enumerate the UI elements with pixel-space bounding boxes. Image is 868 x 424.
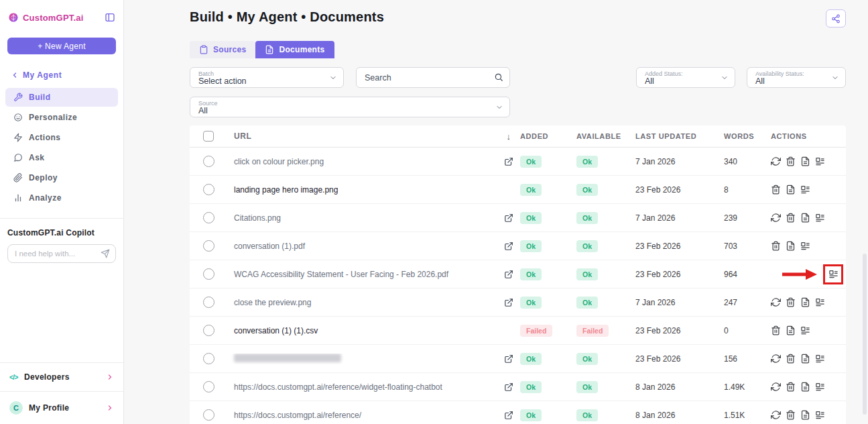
refresh-icon[interactable]	[771, 354, 781, 364]
table-row: https://docs.customgpt.ai/reference/ Ok …	[190, 401, 846, 424]
brand[interactable]: CustomGPT.ai	[0, 0, 123, 32]
external-link-icon[interactable]	[504, 270, 513, 279]
batch-action-select[interactable]: Batch Select action	[190, 67, 344, 88]
row-checkbox[interactable]	[203, 212, 214, 223]
file-icon[interactable]	[786, 241, 796, 251]
trash-icon[interactable]	[786, 297, 796, 307]
chevron-down-icon	[329, 74, 337, 82]
citation-list-icon[interactable]	[815, 213, 825, 223]
availability-status-select[interactable]: Availability Status: All	[747, 67, 846, 88]
tab-sources[interactable]: Sources	[190, 41, 255, 58]
row-checkbox[interactable]	[203, 325, 214, 336]
row-checkbox[interactable]	[203, 409, 214, 421]
file-icon[interactable]	[800, 410, 810, 420]
file-icon[interactable]	[800, 213, 810, 223]
trash-icon[interactable]	[771, 241, 781, 251]
sidebar-item-ask[interactable]: Ask	[5, 148, 118, 167]
row-checkbox[interactable]	[203, 156, 214, 167]
share-button[interactable]	[826, 9, 846, 28]
citation-list-icon[interactable]	[815, 382, 825, 392]
table-row: click on colour picker.png Ok Ok 7 Jan 2…	[190, 148, 846, 176]
trash-icon[interactable]	[786, 156, 796, 166]
document-name[interactable]: https://docs.customgpt.ai/reference/	[227, 411, 497, 420]
redacted-document-name[interactable]	[227, 354, 497, 364]
sidebar-item-profile[interactable]: C My Profile	[0, 391, 123, 424]
file-icon[interactable]	[800, 156, 810, 166]
send-icon[interactable]	[101, 249, 110, 258]
document-name[interactable]: https://docs.customgpt.ai/reference/widg…	[227, 382, 497, 392]
refresh-icon[interactable]	[771, 213, 781, 223]
citation-list-icon[interactable]	[800, 325, 810, 335]
citation-list-icon[interactable]	[800, 184, 810, 195]
document-name[interactable]: conversation (1).pdf	[227, 242, 497, 251]
external-link-icon[interactable]	[504, 298, 513, 307]
scrollbar[interactable]	[863, 254, 867, 415]
document-name[interactable]: WCAG Accessibility Statement - User Faci…	[227, 270, 497, 279]
trash-icon[interactable]	[786, 410, 796, 420]
refresh-icon[interactable]	[771, 382, 781, 392]
document-name[interactable]: click on colour picker.png	[227, 157, 497, 166]
file-icon[interactable]	[786, 184, 796, 195]
trash-icon[interactable]	[786, 382, 796, 392]
agent-back-row[interactable]: My Agent	[0, 54, 123, 84]
word-count: 8	[724, 185, 771, 195]
search-input[interactable]	[356, 67, 510, 88]
external-link-icon[interactable]	[504, 213, 513, 223]
source-select[interactable]: Source All	[190, 97, 510, 117]
sidebar-item-actions[interactable]: Actions	[5, 128, 118, 147]
sidebar-nav: Build Personalize Actions Ask Deploy Ana…	[0, 84, 123, 211]
chat-bubble-icon	[13, 153, 23, 162]
sidebar-item-developers[interactable]: </> Developers	[0, 362, 123, 391]
new-agent-button[interactable]: + New Agent	[7, 38, 116, 54]
refresh-icon[interactable]	[771, 410, 781, 420]
row-checkbox[interactable]	[203, 381, 214, 392]
citation-list-icon[interactable]	[815, 410, 825, 420]
file-icon[interactable]	[800, 354, 810, 364]
citation-list-icon[interactable]	[815, 156, 825, 166]
external-link-icon[interactable]	[504, 157, 513, 166]
external-link-icon[interactable]	[504, 411, 513, 420]
refresh-icon[interactable]	[771, 156, 781, 166]
document-name[interactable]: close the preview.png	[227, 298, 497, 307]
last-updated: 23 Feb 2026	[635, 185, 724, 195]
citation-list-icon[interactable]	[800, 241, 810, 251]
nav-label: Actions	[29, 133, 61, 142]
share-icon	[831, 14, 841, 23]
row-checkbox[interactable]	[203, 268, 214, 280]
trash-icon[interactable]	[786, 213, 796, 223]
trash-icon[interactable]	[771, 184, 781, 195]
citation-list-icon[interactable]	[815, 297, 825, 307]
sidebar-collapse-icon[interactable]	[105, 12, 115, 23]
table-row: https://docs.customgpt.ai/reference/widg…	[190, 373, 846, 401]
file-icon[interactable]	[800, 382, 810, 392]
copilot-input[interactable]	[15, 250, 101, 258]
select-all-checkbox[interactable]	[203, 131, 214, 142]
external-link-icon[interactable]	[504, 242, 513, 251]
row-checkbox[interactable]	[203, 297, 214, 308]
word-count: 703	[724, 242, 771, 251]
sidebar-item-personalize[interactable]: Personalize	[5, 108, 118, 127]
source-filter-row: Source All	[190, 97, 846, 117]
refresh-icon[interactable]	[771, 297, 781, 307]
document-name[interactable]: landing page hero image.png	[227, 185, 497, 195]
document-name[interactable]: Citations.png	[227, 213, 497, 223]
external-link-icon[interactable]	[504, 382, 513, 392]
trash-icon[interactable]	[771, 325, 781, 335]
sidebar-item-build[interactable]: Build	[5, 88, 118, 107]
sort-descending-icon[interactable]: ↓	[506, 131, 511, 142]
citation-list-icon[interactable]	[828, 269, 839, 279]
sidebar-item-analyze[interactable]: Analyze	[5, 189, 118, 207]
nav-label: Deploy	[29, 173, 58, 182]
citation-list-icon[interactable]	[815, 354, 825, 364]
sidebar-item-deploy[interactable]: Deploy	[5, 168, 118, 187]
trash-icon[interactable]	[786, 354, 796, 364]
file-icon[interactable]	[800, 297, 810, 307]
row-checkbox[interactable]	[203, 240, 214, 252]
tab-documents[interactable]: Documents	[255, 41, 334, 58]
external-link-icon[interactable]	[504, 354, 513, 364]
row-checkbox[interactable]	[203, 353, 214, 364]
document-name[interactable]: conversation (1) (1).csv	[227, 326, 497, 335]
row-checkbox[interactable]	[203, 184, 214, 195]
added-status-select[interactable]: Added Status: All	[636, 67, 735, 88]
file-icon[interactable]	[786, 325, 796, 335]
